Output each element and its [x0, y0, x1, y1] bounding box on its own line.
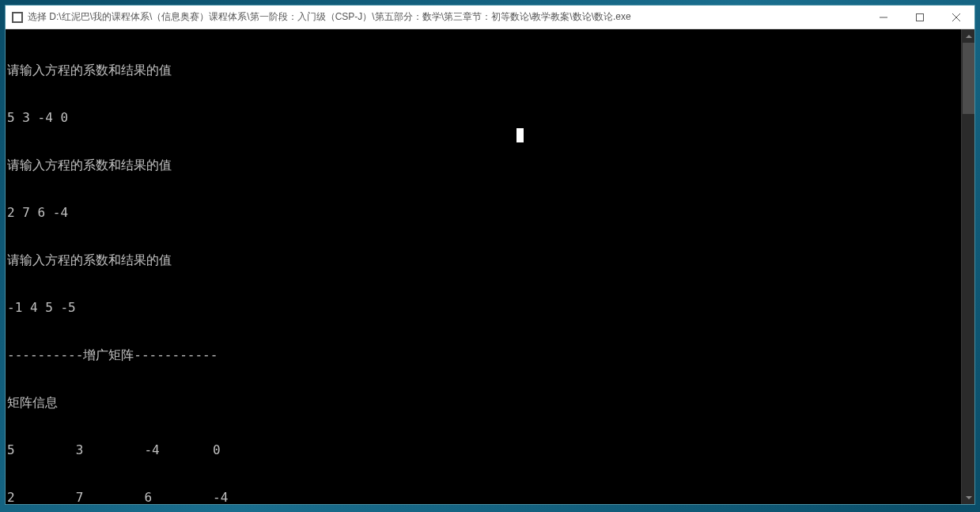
minimize-button[interactable]: [865, 6, 902, 28]
console-line: -1 4 5 -5: [7, 300, 959, 316]
scroll-down-arrow[interactable]: [962, 491, 974, 504]
scroll-up-arrow[interactable]: [962, 29, 974, 43]
scrollbar-thumb[interactable]: [963, 43, 974, 114]
console-line: 矩阵信息: [7, 395, 959, 411]
svg-rect-1: [917, 13, 924, 21]
console-area[interactable]: 请输入方程的系数和结果的值 5 3 -4 0 请输入方程的系数和结果的值 2 7…: [6, 29, 974, 504]
console-output: 请输入方程的系数和结果的值 5 3 -4 0 请输入方程的系数和结果的值 2 7…: [6, 29, 960, 504]
minimize-icon: [880, 13, 887, 21]
console-line: 2 7 6 -4: [7, 205, 959, 221]
console-window: 选择 D:\红泥巴\我的课程体系\（信息奥赛）课程体系\第一阶段：入门级（CSP…: [5, 5, 975, 505]
titlebar[interactable]: 选择 D:\红泥巴\我的课程体系\（信息奥赛）课程体系\第一阶段：入门级（CSP…: [6, 6, 974, 29]
close-button[interactable]: [938, 6, 974, 28]
vertical-scrollbar[interactable]: [961, 29, 974, 504]
console-line: ----------增广矩阵-----------: [7, 347, 959, 363]
console-line: 请输入方程的系数和结果的值: [7, 63, 959, 78]
maximize-icon: [916, 13, 924, 21]
maximize-button[interactable]: [902, 6, 938, 28]
console-line: 5 3 -4 0: [7, 110, 959, 126]
console-line: 2 7 6 -4: [7, 490, 959, 504]
close-icon: [952, 13, 960, 21]
text-cursor: [516, 128, 524, 142]
console-line: 请输入方程的系数和结果的值: [7, 252, 959, 268]
console-line: 请输入方程的系数和结果的值: [7, 157, 959, 173]
window-controls: [865, 6, 974, 28]
console-line: 5 3 -4 0: [7, 442, 959, 458]
app-icon: [12, 12, 23, 23]
window-title: 选择 D:\红泥巴\我的课程体系\（信息奥赛）课程体系\第一阶段：入门级（CSP…: [28, 10, 865, 24]
